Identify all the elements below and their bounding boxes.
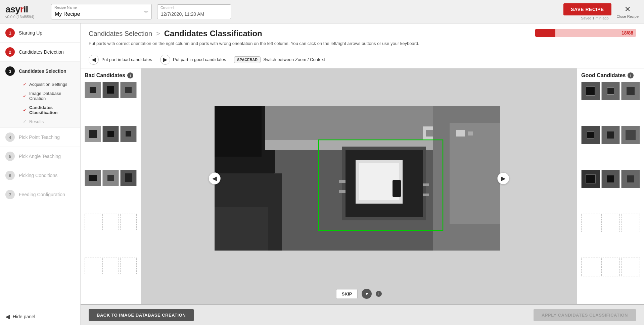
image-svg [215, 106, 500, 251]
check-icon-imagedb: ✓ [23, 94, 27, 99]
hide-panel-button[interactable]: ◀ Hide panel [0, 308, 80, 325]
sidebar-item-candidates-selection[interactable]: 3 Candidates Selection ✓ Acquisition Set… [0, 62, 80, 128]
step-5-label: Pick Angle Teaching [19, 154, 61, 159]
logo: asyril [5, 5, 28, 14]
bottom-controls: SKIP ▾ i [336, 286, 382, 302]
prev-image-button[interactable]: ◀ [209, 172, 221, 184]
edit-icon[interactable]: ✏ [144, 9, 148, 14]
svg-rect-21 [468, 131, 473, 136]
right-action-text: Put part in good candidates [173, 57, 226, 62]
breadcrumb: Candidates Selection > Candidates Classi… [89, 29, 419, 38]
good-thumb-7[interactable] [581, 170, 600, 188]
bad-thumb-15 [120, 258, 137, 274]
sidebar-item-feeding-config[interactable]: 7 Feeding Configuration [0, 185, 80, 204]
save-recipe-button[interactable]: SAVE RECIPE [563, 3, 611, 15]
recipe-name-label: Recipe Name [54, 5, 77, 9]
sub-label-imagedb: Image Database Creation [29, 91, 70, 101]
spacebar-key: SPACEBAR [234, 56, 261, 63]
bad-candidates-info-icon[interactable]: i [127, 72, 133, 78]
apply-button[interactable]: APPLY CANDIDATES CLASSIFICATION [534, 309, 636, 321]
svg-rect-14 [339, 180, 346, 183]
saved-info: Saved 1 min ago [581, 16, 609, 20]
good-thumb-4[interactable] [581, 126, 600, 145]
good-thumb-15 [621, 258, 640, 276]
good-candidates-action: ▶ Put part in good candidates [160, 55, 226, 65]
bad-thumb-1[interactable] [85, 82, 101, 98]
sidebar-item-pick-point[interactable]: 4 Pick Point Teaching [0, 128, 80, 147]
bad-thumb-8[interactable] [102, 170, 119, 186]
close-icon: ✕ [625, 5, 631, 14]
bad-thumb-10 [85, 214, 101, 230]
next-image-button[interactable]: ▶ [497, 172, 509, 184]
good-thumb-1[interactable] [581, 82, 600, 101]
step-1-num: 1 [5, 28, 15, 38]
main-layout: 1 Starting Up 2 Candidates Detection 3 C… [0, 23, 644, 325]
bad-thumb-9[interactable] [120, 170, 137, 186]
main-image [215, 106, 500, 251]
good-thumb-6[interactable] [621, 126, 640, 145]
skip-button[interactable]: SKIP [336, 289, 358, 299]
progress-label: 18/88 [622, 30, 633, 36]
sub-label-acquisition: Acquisition Settings [29, 82, 67, 87]
bad-thumb-6[interactable] [120, 126, 137, 142]
good-thumb-8[interactable] [601, 170, 620, 188]
svg-rect-15 [339, 190, 346, 193]
created-label: Created [160, 6, 174, 10]
bad-thumb-3[interactable] [120, 82, 137, 98]
step-6-num: 6 [5, 171, 15, 180]
good-thumb-3[interactable] [621, 82, 640, 101]
toolbar: ◀ Put part in bad candidates ▶ Put part … [81, 51, 644, 68]
svg-rect-3 [265, 106, 450, 140]
sub-item-image-db[interactable]: ✓ Image Database Creation [23, 89, 75, 103]
footer-bar: BACK TO IMAGE DATABASE CREATION APPLY CA… [81, 304, 644, 325]
sub-nav: ✓ Acquisition Settings ✓ Image Database … [5, 80, 75, 126]
good-thumb-13 [581, 258, 600, 276]
bad-candidates-title: Bad Candidates i [85, 72, 137, 78]
sidebar-item-picking-conditions[interactable]: 6 Picking Conditions [0, 166, 80, 185]
left-arrow-button[interactable]: ◀ [89, 55, 99, 65]
right-arrow-button[interactable]: ▶ [160, 55, 170, 65]
sidebar-item-pick-angle[interactable]: 5 Pick Angle Teaching [0, 147, 80, 166]
bad-thumb-14 [102, 258, 119, 274]
version-label: v0.0.0 (13af8594) [5, 15, 34, 19]
bad-thumb-2[interactable] [102, 82, 119, 98]
sidebar-item-candidates-detection[interactable]: 2 Candidates Detection [0, 43, 80, 62]
sub-label-results: Results [29, 119, 44, 124]
main-image-container: ◀ [144, 71, 574, 286]
svg-rect-19 [450, 123, 500, 224]
good-thumb-2[interactable] [601, 82, 620, 101]
sub-item-acquisition[interactable]: ✓ Acquisition Settings [23, 80, 75, 89]
svg-rect-17 [423, 194, 429, 196]
bad-candidates-grid [85, 82, 137, 301]
created-field: Created [157, 4, 231, 19]
image-info-icon[interactable]: i [376, 291, 382, 297]
sub-item-classification[interactable]: ✓ Candidates Classification [23, 103, 75, 117]
good-candidates-panel: Good Candidates i [577, 68, 644, 305]
left-action-text: Put part in bad candidates [101, 57, 152, 62]
good-candidates-info-icon[interactable]: i [628, 72, 634, 78]
page-subtitle: Put parts with correct orientation on th… [89, 40, 419, 47]
header: asyril v0.0.0 (13af8594) Recipe Name ✏ C… [0, 0, 644, 23]
good-thumb-12 [621, 214, 640, 232]
step-1-label: Starting Up [19, 30, 42, 36]
step-7-num: 7 [5, 190, 15, 199]
svg-rect-20 [456, 130, 465, 137]
sub-item-results[interactable]: ✓ Results [23, 117, 75, 126]
page-title: Candidates Classification [164, 29, 262, 38]
sidebar-item-starting-up[interactable]: 1 Starting Up [0, 23, 80, 43]
bad-candidates-panel: Bad Candidates i [81, 68, 141, 305]
bad-thumb-11 [102, 214, 119, 230]
good-thumb-9[interactable] [621, 170, 640, 188]
center-image-area: ◀ [141, 68, 577, 305]
sidebar: 1 Starting Up 2 Candidates Detection 3 C… [0, 23, 81, 325]
hide-panel-arrow-icon: ◀ [5, 313, 10, 320]
dropdown-arrow-button[interactable]: ▾ [362, 289, 372, 299]
back-button[interactable]: BACK TO IMAGE DATABASE CREATION [89, 309, 194, 321]
bad-thumb-7[interactable] [85, 170, 101, 186]
good-thumb-5[interactable] [601, 126, 620, 145]
bad-thumb-5[interactable] [102, 126, 119, 142]
bad-thumb-4[interactable] [85, 126, 101, 142]
close-recipe-area[interactable]: ✕ Close Recipe [617, 5, 639, 18]
bad-candidates-action: ◀ Put part in bad candidates [89, 55, 152, 65]
bad-thumb-13 [85, 258, 101, 274]
